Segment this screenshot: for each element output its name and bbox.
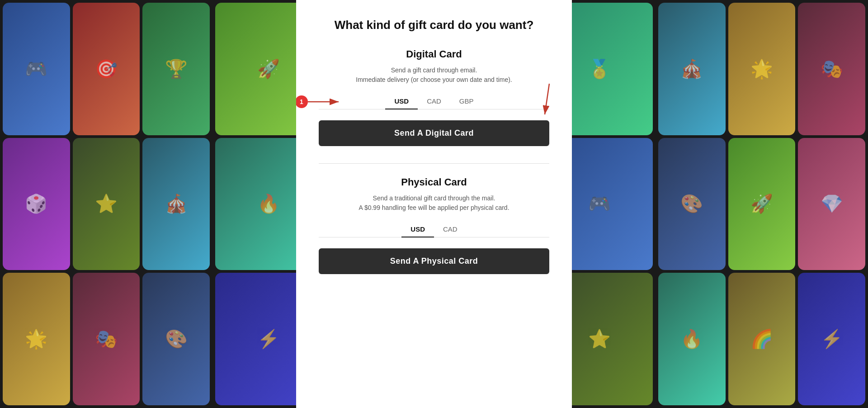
send-digital-card-button[interactable]: Send A Digital Card — [319, 120, 549, 146]
physical-card-section: Physical Card Send a traditional gift ca… — [319, 176, 549, 274]
annotation-1-badge: 1 — [296, 95, 308, 108]
physical-currency-cad[interactable]: CAD — [434, 222, 467, 237]
digital-currency-area: 1 2 — [319, 94, 549, 109]
modal-overlay: What kind of gift card do you want? Digi… — [0, 0, 868, 408]
page-title: What kind of gift card do you want? — [335, 18, 534, 32]
physical-currency-tabs: USD CAD — [319, 222, 549, 237]
digital-currency-cad[interactable]: CAD — [418, 94, 450, 109]
physical-card-desc: Send a traditional gift card through the… — [319, 194, 549, 213]
gift-card-modal: What kind of gift card do you want? Digi… — [296, 0, 572, 408]
digital-card-section: Digital Card Send a gift card through em… — [319, 48, 549, 146]
svg-line-3 — [545, 84, 549, 114]
digital-currency-gbp[interactable]: GBP — [450, 94, 483, 109]
arrow-1-icon — [308, 97, 344, 106]
physical-card-title: Physical Card — [319, 176, 549, 188]
digital-card-title: Digital Card — [319, 48, 549, 60]
physical-currency-usd[interactable]: USD — [401, 222, 434, 237]
annotation-1-group: 1 — [296, 95, 308, 108]
digital-currency-tabs: USD CAD GBP — [319, 94, 549, 109]
send-physical-card-button[interactable]: Send A Physical Card — [319, 248, 549, 274]
digital-card-desc: Send a gift card through email. Immediat… — [319, 66, 549, 85]
digital-currency-usd[interactable]: USD — [385, 94, 418, 109]
section-divider — [319, 163, 549, 164]
arrow-2-icon — [543, 84, 572, 120]
